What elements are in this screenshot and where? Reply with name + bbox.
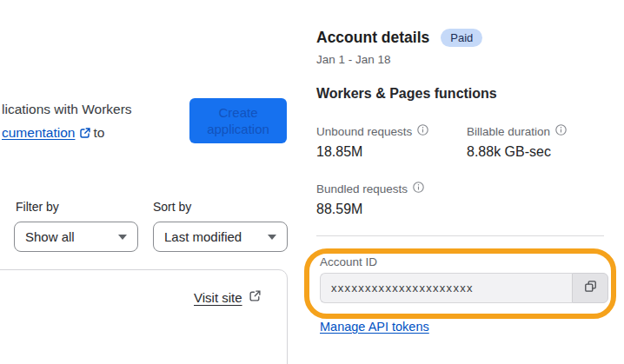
account-details-title: Account details: [316, 29, 429, 47]
documentation-link[interactable]: cumentation: [2, 125, 75, 140]
external-link-icon: [79, 122, 91, 146]
project-card: [0, 269, 288, 364]
filter-select[interactable]: Show all: [14, 222, 138, 252]
external-link-icon: [249, 289, 262, 305]
info-icon[interactable]: [417, 124, 428, 138]
date-range: Jan 1 - Jan 18: [316, 53, 391, 66]
account-id-label: Account ID: [320, 255, 377, 268]
intro-text: lications with Workers cumentationto: [2, 97, 132, 146]
filter-select-value: Show all: [25, 229, 75, 244]
divider: [316, 235, 604, 236]
account-id-input[interactable]: [320, 273, 572, 303]
filter-by-label: Filter by: [16, 200, 59, 214]
sort-by-label: Sort by: [153, 200, 191, 214]
copy-icon: [583, 279, 598, 297]
intro-suffix: to: [93, 125, 104, 140]
visit-site-label: Visit site: [194, 290, 242, 305]
stat-label-billable: Billable duration: [467, 124, 567, 138]
stat-value-unbound: 18.85M: [316, 144, 362, 160]
stat-label-unbound: Unbound requests: [316, 124, 428, 138]
sort-select-value: Last modified: [164, 229, 242, 244]
copy-button[interactable]: [572, 273, 608, 303]
stat-value-bundled: 88.59M: [316, 202, 362, 217]
intro-line2: cumentationto: [2, 121, 132, 146]
chevron-down-icon: [268, 235, 276, 240]
workers-pages-dashboard: lications with Workers cumentationto Cre…: [0, 0, 624, 364]
create-application-button[interactable]: Create application: [189, 98, 287, 143]
account-id-field-group: [320, 273, 608, 303]
info-icon[interactable]: [413, 182, 424, 195]
sort-select[interactable]: Last modified: [153, 222, 288, 252]
visit-site-link[interactable]: Visit site: [194, 289, 262, 305]
chevron-down-icon: [118, 235, 127, 240]
manage-api-tokens-link[interactable]: Manage API tokens: [320, 320, 429, 334]
stat-value-billable: 8.88k GB-sec: [467, 144, 551, 160]
plan-badge: Paid: [441, 29, 482, 47]
info-icon[interactable]: [555, 124, 567, 138]
intro-line1: lications with Workers: [2, 97, 132, 121]
account-details-header: Account details Paid: [316, 29, 482, 47]
stat-label-bundled: Bundled requests: [316, 182, 424, 195]
functions-section-title: Workers & Pages functions: [316, 86, 497, 102]
